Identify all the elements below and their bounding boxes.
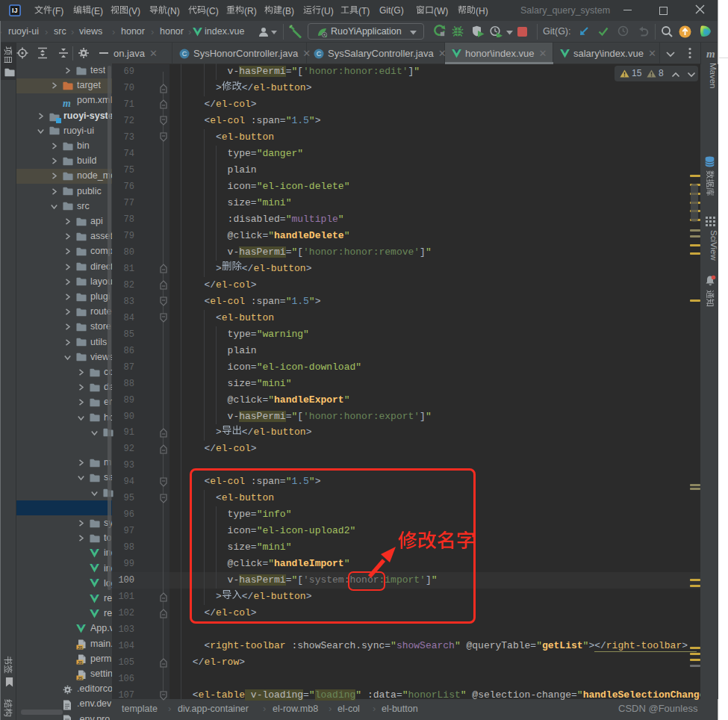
svg-text:JS: JS	[78, 645, 83, 650]
svg-text:C: C	[182, 50, 187, 58]
svg-text:JS: JS	[78, 660, 83, 665]
svg-text:JS: JS	[78, 675, 83, 680]
svg-text:C: C	[317, 50, 322, 58]
